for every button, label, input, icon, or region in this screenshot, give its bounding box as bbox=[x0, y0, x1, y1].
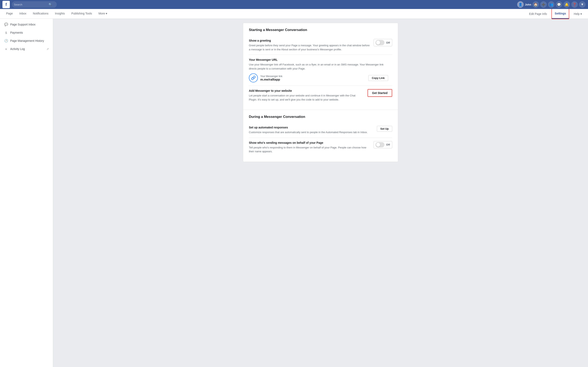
notifications-icon[interactable]: 🔔 bbox=[563, 1, 570, 8]
set-up-button[interactable]: Set Up bbox=[377, 126, 392, 132]
sidebar-label-page-support: Page Support Inbox bbox=[10, 23, 35, 26]
automated-responses-info: Set up automated responses Customize res… bbox=[249, 126, 373, 134]
dropdown-icon[interactable]: ▼ bbox=[579, 1, 586, 8]
messenger-url-info: Your Messenger URL Use your Messenger li… bbox=[249, 58, 388, 82]
automated-responses-action: Set Up bbox=[377, 126, 392, 132]
main-content: Starting a Messenger Conversation Show a… bbox=[53, 19, 588, 367]
content-card: Starting a Messenger Conversation Show a… bbox=[243, 23, 398, 162]
sidebar-label-activity-log: Activity Log bbox=[10, 47, 25, 50]
messenger-url-title: Your Messenger URL bbox=[249, 58, 388, 61]
sidebar-item-page-management-history[interactable]: 🕐 Page Management History bbox=[1, 37, 52, 45]
create-nav-button[interactable]: ➕ bbox=[540, 1, 547, 8]
add-messenger-desc: Let people start a conversation on your … bbox=[249, 94, 363, 101]
messenger-link-icon bbox=[249, 73, 258, 82]
tab-insights[interactable]: Insights bbox=[52, 9, 68, 19]
settings-tab-wrapper: Settings bbox=[552, 8, 569, 19]
messenger-url-desc: Use your Messenger link off Facebook, su… bbox=[249, 63, 388, 71]
top-nav: f 🔍 👤 John 🏠 ➕ 👥 💬 🔔 ❓ ▼ bbox=[0, 0, 588, 9]
starting-section-header: Starting a Messenger Conversation bbox=[249, 28, 392, 32]
show-sender-desc: Tell people who's responding to them in … bbox=[249, 146, 370, 154]
messenger-url-row-container: Your Messenger URL Use your Messenger li… bbox=[249, 55, 392, 86]
avatar: 👤 bbox=[517, 1, 524, 8]
facebook-logo[interactable]: f bbox=[2, 1, 10, 8]
external-link-icon: ↗ bbox=[47, 48, 49, 50]
show-sender-row: Show who's sending messages on behalf of… bbox=[249, 138, 392, 157]
page-support-icon: 💬 bbox=[4, 22, 8, 26]
show-greeting-desc: Greet people before they send your Page … bbox=[249, 43, 370, 51]
tab-inbox[interactable]: Inbox bbox=[17, 9, 29, 19]
home-nav-button[interactable]: 🏠 bbox=[532, 1, 539, 8]
sidebar: 💬 Page Support Inbox $ Payments 🕐 Page M… bbox=[0, 19, 53, 367]
sidebar-label-history: Page Management History bbox=[10, 39, 44, 42]
add-messenger-title: Add Messenger to your website bbox=[249, 89, 363, 92]
toggle-off-label: Off bbox=[386, 40, 392, 45]
tab-page[interactable]: Page bbox=[3, 9, 16, 19]
copy-link-button[interactable]: Copy Link bbox=[368, 75, 388, 81]
messenger-link-label: Your Messenger link bbox=[260, 75, 366, 78]
show-sender-info: Show who's sending messages on behalf of… bbox=[249, 141, 370, 154]
messenger-link-url: m.me/ralliapp bbox=[260, 78, 366, 81]
show-sender-action: Off bbox=[374, 141, 392, 149]
automated-responses-row: Set up automated responses Customize res… bbox=[249, 123, 392, 138]
messenger-icon[interactable]: 💬 bbox=[556, 1, 562, 8]
secondary-nav-right: Edit Page Info Settings Help ▾ bbox=[526, 8, 585, 19]
activity-log-icon: ≡ bbox=[4, 47, 8, 51]
friends-icon[interactable]: 👥 bbox=[548, 1, 554, 8]
edit-page-info-button[interactable]: Edit Page Info bbox=[526, 9, 550, 19]
get-started-button[interactable]: Get Started bbox=[368, 90, 392, 96]
add-messenger-action: Get Started bbox=[367, 89, 392, 97]
tab-notifications[interactable]: Notifications bbox=[30, 9, 51, 19]
show-greeting-row: Show a greeting Greet people before they… bbox=[249, 36, 392, 55]
show-sender-toggle-thumb bbox=[376, 143, 380, 147]
show-greeting-action: Off bbox=[374, 39, 392, 46]
during-section-header: During a Messenger Conversation bbox=[249, 115, 392, 119]
search-bar[interactable]: 🔍 bbox=[12, 1, 57, 8]
nav-username: John bbox=[525, 3, 531, 6]
add-messenger-info: Add Messenger to your website Let people… bbox=[249, 89, 363, 101]
tab-settings[interactable]: Settings bbox=[552, 9, 569, 19]
help-icon[interactable]: ❓ bbox=[571, 1, 578, 8]
toggle-thumb bbox=[376, 41, 380, 45]
show-sender-toggle-label: Off bbox=[386, 142, 392, 147]
add-messenger-website-row: Add Messenger to your website Let people… bbox=[249, 86, 392, 105]
show-sender-title: Show who's sending messages on behalf of… bbox=[249, 141, 370, 144]
link-svg-icon bbox=[251, 76, 256, 80]
secondary-nav-left: Page Inbox Notifications Insights Publis… bbox=[3, 9, 526, 19]
show-greeting-toggle[interactable]: Off bbox=[374, 39, 392, 46]
automated-responses-title: Set up automated responses bbox=[249, 126, 373, 129]
search-input[interactable] bbox=[14, 3, 49, 6]
get-started-button-wrapper: Get Started bbox=[367, 89, 392, 97]
sidebar-label-payments: Payments bbox=[10, 31, 23, 34]
toggle-track bbox=[375, 40, 384, 45]
show-sender-toggle[interactable]: Off bbox=[374, 141, 392, 149]
tab-more[interactable]: More ▾ bbox=[95, 9, 110, 19]
payments-icon: $ bbox=[4, 31, 8, 35]
sidebar-item-activity-log[interactable]: ≡ Activity Log ↗ bbox=[1, 45, 52, 53]
secondary-nav: Page Inbox Notifications Insights Publis… bbox=[0, 9, 588, 19]
sidebar-item-payments[interactable]: $ Payments bbox=[1, 29, 52, 37]
show-greeting-title: Show a greeting bbox=[249, 39, 370, 42]
tab-publishing-tools[interactable]: Publishing Tools bbox=[68, 9, 95, 19]
sidebar-item-page-support-inbox[interactable]: 💬 Page Support Inbox bbox=[1, 20, 52, 29]
starting-section: Starting a Messenger Conversation Show a… bbox=[243, 23, 398, 110]
messenger-link-info: Your Messenger link m.me/ralliapp bbox=[260, 75, 366, 81]
show-sender-toggle-track bbox=[375, 142, 384, 147]
nav-user[interactable]: 👤 John bbox=[517, 1, 531, 8]
automated-responses-desc: Customize responses that are automatical… bbox=[249, 130, 373, 134]
tab-help[interactable]: Help ▾ bbox=[571, 9, 585, 19]
messenger-url-display: Your Messenger link m.me/ralliapp Copy L… bbox=[249, 73, 388, 82]
during-section: During a Messenger Conversation Set up a… bbox=[243, 110, 398, 162]
page-layout: 💬 Page Support Inbox $ Payments 🕐 Page M… bbox=[0, 19, 588, 367]
history-icon: 🕐 bbox=[4, 39, 8, 43]
show-greeting-info: Show a greeting Greet people before they… bbox=[249, 39, 370, 51]
nav-right: 👤 John 🏠 ➕ 👥 💬 🔔 ❓ ▼ bbox=[517, 1, 586, 8]
search-icon: 🔍 bbox=[49, 3, 52, 6]
